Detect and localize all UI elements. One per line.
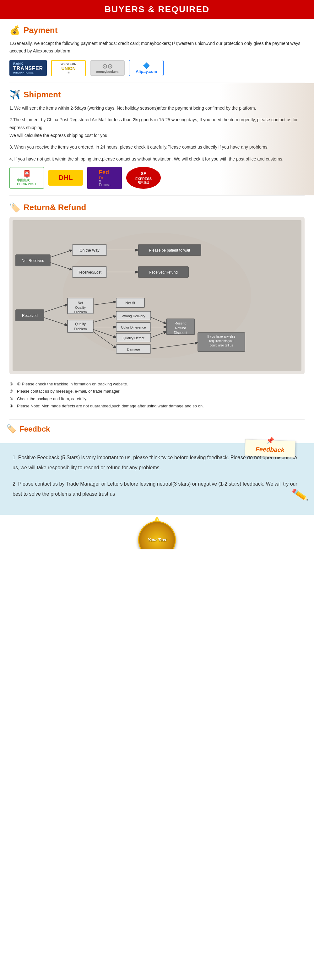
svg-text:Received: Received — [22, 313, 38, 318]
svg-text:Discount: Discount — [174, 331, 187, 334]
return-title-row: 🏷️ Return& Refund — [10, 202, 304, 213]
shipment-item-4: 4. If you have not got it within the shi… — [10, 155, 304, 163]
payment-title-row: 💰 Payment — [10, 25, 304, 35]
svg-text:Quality Defect: Quality Defect — [122, 336, 144, 340]
payment-icon: 💰 — [10, 25, 21, 35]
svg-text:Refund: Refund — [175, 326, 186, 330]
bank-transfer-logo: BANK TRANSFER INTERNATIONAL — [10, 60, 47, 76]
badge-text: Your Text — [148, 538, 167, 543]
feedback-card-label: Feedback — [249, 445, 290, 454]
svg-text:Quality: Quality — [75, 305, 86, 309]
note-2: ② Please contact us by meesage, e-mail, … — [10, 388, 304, 395]
svg-text:Received/Refund: Received/Refund — [149, 270, 178, 275]
svg-text:Wrong Delivery: Wrong Delivery — [122, 314, 145, 318]
svg-text:On the Way: On the Way — [80, 248, 100, 253]
shipment-item-3: 3. When you receive the items you ordere… — [10, 143, 304, 151]
return-heading: Return& Refund — [24, 203, 86, 212]
payment-description: 1.Generally, we accept the following pay… — [10, 40, 304, 55]
note-3: ③ Check the package and Item, carefully. — [10, 395, 304, 402]
note-1: ① ① Please check the tracking in formati… — [10, 380, 304, 388]
svg-text:Color Difference: Color Difference — [121, 325, 146, 329]
shipment-title-row: ✈️ Shipment — [10, 89, 304, 100]
sf-logo: SF EXPRESS 顺丰速运 — [126, 167, 161, 189]
feedback-icon: 🏷️ — [6, 424, 16, 434]
svg-text:requirements you: requirements you — [209, 339, 233, 343]
payment-heading: Payment — [24, 25, 57, 35]
payment-logos: BANK TRANSFER INTERNATIONAL WESTERN UNIO… — [10, 60, 304, 76]
svg-text:Quality: Quality — [75, 322, 86, 326]
svg-text:Not fit: Not fit — [125, 301, 135, 305]
shipment-heading: Shipment — [24, 90, 60, 100]
dhl-logo: DHL — [48, 170, 83, 186]
return-refund-section: 🏷️ Return& Refund Not Received On the Wa… — [0, 196, 314, 419]
shipment-section: ✈️ Shipment 1. We will sent the items wi… — [0, 83, 314, 196]
svg-text:Not Received: Not Received — [22, 259, 44, 263]
flowchart-svg: Not Received On the Way Please be patien… — [13, 220, 301, 371]
svg-text:Received/Lost: Received/Lost — [78, 270, 102, 275]
svg-text:Please be patient to wait: Please be patient to wait — [149, 248, 190, 253]
feedback-item-2: 2. Please contact us by Trade Manager or… — [13, 479, 301, 499]
feedback-heading: Feedbck — [19, 425, 50, 433]
flowchart-area: Not Received On the Way Please be patien… — [10, 217, 304, 374]
svg-text:Damage: Damage — [127, 347, 140, 351]
feedback-wrapper: 🏷️ Feedbck 📌 Feedback 1. Positive Feedba… — [0, 420, 314, 549]
feedback-content: 📌 Feedback 1. Positive Feedback (5 Stars… — [0, 443, 314, 515]
note-4: ④ Please Note: Men made defects are not … — [10, 402, 304, 410]
payment-section: 💰 Payment 1.Generally, we accept the fol… — [0, 19, 314, 83]
carrier-logos: 📮 中国邮政CHINA POST DHL FedEx® Express SF E… — [10, 167, 304, 189]
fedex-logo: FedEx® Express — [87, 167, 122, 189]
svg-text:Not: Not — [78, 301, 83, 305]
alipay-logo: 🔷 Alipay.com — [129, 60, 163, 76]
shipment-icon: ✈️ — [10, 89, 21, 100]
shipment-item-2: 2.The shipment by China Post Registered … — [10, 116, 304, 140]
page-title: BUYERS & REQUIRED — [0, 5, 314, 14]
moneybookers-logo: ⊙⊙ moneybookers — [90, 60, 125, 76]
pencil-icon: ✏️ — [291, 486, 309, 504]
page-header: BUYERS & REQUIRED — [0, 0, 314, 19]
svg-text:Problem: Problem — [74, 310, 87, 314]
svg-text:Problem: Problem — [74, 327, 87, 331]
feedback-card: 📌 Feedback — [244, 439, 295, 458]
western-union-logo: WESTERN UNION ◼ — [51, 60, 86, 76]
svg-text:If you have any else: If you have any else — [208, 335, 236, 338]
bottom-badge-area: ⭐ Your Text — [0, 515, 314, 549]
return-icon: 🏷️ — [10, 202, 21, 213]
feedback-title-row: 🏷️ Feedbck — [0, 420, 314, 438]
return-notes: ① ① Please check the tracking in formati… — [10, 380, 304, 410]
svg-text:could also tell us: could also tell us — [210, 344, 233, 347]
shipment-item-1: 1. We will sent the items within 2-5days… — [10, 104, 304, 112]
feedback-pin: 📌 — [266, 437, 274, 444]
chinapost-logo: 📮 中国邮政CHINA POST — [10, 167, 44, 189]
svg-text:Resend: Resend — [174, 321, 187, 325]
